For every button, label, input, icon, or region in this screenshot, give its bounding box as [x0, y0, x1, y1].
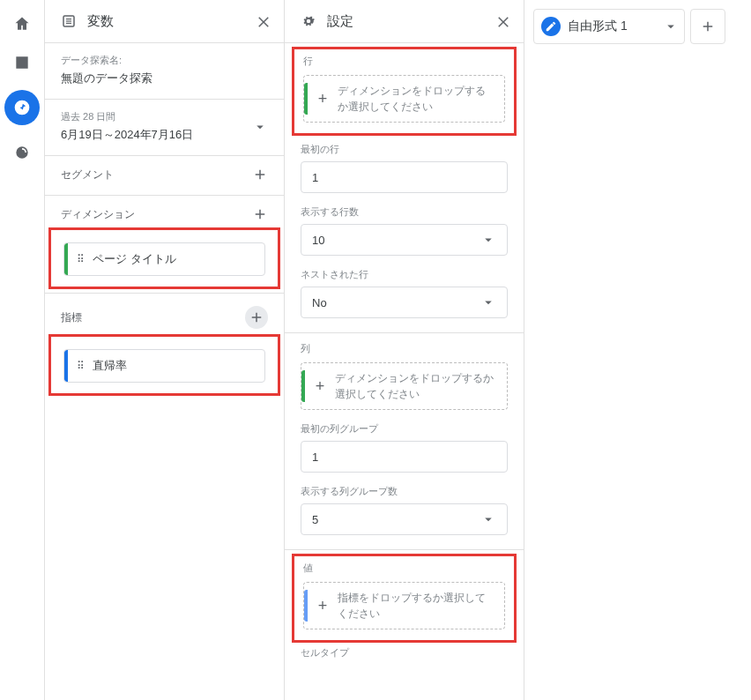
plus-icon: + — [308, 90, 338, 108]
exploration-name-label: データ探索名: — [61, 54, 268, 67]
values-dropzone[interactable]: + 指標をドロップするか選択してください — [303, 582, 505, 629]
add-tab-button[interactable] — [690, 9, 725, 44]
columns-drop-text: ディメンションをドロップするか選択してください — [335, 370, 498, 402]
svg-rect-2 — [66, 20, 71, 21]
plus-icon: + — [305, 377, 335, 396]
svg-rect-3 — [66, 23, 71, 24]
columns-dropzone[interactable]: + ディメンションをドロップするか選択してください — [301, 362, 508, 410]
show-rows-select[interactable]: 10 — [301, 224, 508, 256]
dimension-chip-label: ページ タイトル — [93, 251, 176, 267]
nav-explore[interactable] — [4, 90, 40, 125]
dimensions-section: ディメンション ⠿ ページ タイトル — [45, 196, 284, 294]
date-range-label: 過去 28 日間 — [61, 110, 252, 123]
show-cols-label: 表示する列グループ数 — [301, 485, 508, 498]
segments-label: セグメント — [61, 168, 114, 182]
variables-title: 変数 — [87, 13, 256, 30]
add-dimension-button[interactable] — [252, 206, 268, 222]
exploration-name-section[interactable]: データ探索名: 無題のデータ探索 — [45, 43, 284, 100]
first-row-input[interactable]: 1 — [301, 161, 508, 193]
nav-home[interactable] — [11, 12, 33, 35]
first-col-input[interactable]: 1 — [301, 441, 508, 473]
metric-chip-label: 直帰率 — [93, 358, 127, 374]
close-settings-icon[interactable] — [495, 13, 511, 29]
add-segment-button[interactable] — [252, 167, 268, 182]
show-rows-label: 表示する行数 — [301, 205, 508, 219]
variables-panel: 変数 データ探索名: 無題のデータ探索 過去 28 日間 6月19日～2024年… — [44, 0, 284, 700]
rows-section: 行 + ディメンションをドロップするか選択してください 最初の行 1 表示する行… — [285, 43, 524, 333]
nested-rows-label: ネストされた行 — [301, 268, 508, 281]
metrics-section: 指標 ⠿ 直帰率 — [45, 294, 284, 408]
exploration-name-value: 無題のデータ探索 — [61, 71, 268, 86]
pencil-icon — [541, 17, 561, 36]
columns-section: 列 + ディメンションをドロップするか選択してください 最初の列グループ 1 表… — [285, 333, 524, 550]
plus-icon: + — [308, 597, 338, 615]
dropdown-arrow-icon — [663, 19, 679, 34]
first-row-label: 最初の行 — [301, 143, 508, 156]
add-metric-button[interactable] — [245, 306, 268, 329]
settings-panel: 設定 行 + ディメンションをドロップするか選択してください 最初の行 1 表示… — [284, 0, 524, 700]
celltype-label: セルタイプ — [301, 646, 508, 659]
svg-rect-1 — [66, 19, 71, 19]
settings-title: 設定 — [327, 13, 495, 30]
nav-reports[interactable] — [11, 51, 33, 74]
dimensions-label: ディメンション — [61, 207, 135, 222]
settings-header: 設定 — [285, 0, 524, 42]
date-range-value: 6月19日～2024年7月16日 — [61, 127, 252, 143]
close-variables-icon[interactable] — [256, 13, 271, 29]
date-range-section[interactable]: 過去 28 日間 6月19日～2024年7月16日 — [45, 100, 284, 156]
canvas-area: 自由形式 1 — [524, 0, 751, 700]
values-label: 値 — [303, 562, 505, 575]
metrics-label: 指標 — [61, 310, 82, 325]
rows-dropzone[interactable]: + ディメンションをドロップするか選択してください — [303, 75, 505, 123]
first-col-label: 最初の列グループ — [301, 422, 508, 436]
variables-icon — [61, 13, 77, 29]
rows-label: 行 — [303, 55, 505, 68]
dimension-chip-page-title[interactable]: ⠿ ページ タイトル — [63, 242, 265, 276]
metric-chip-bounce-rate[interactable]: ⠿ 直帰率 — [63, 349, 265, 383]
dropdown-arrow-icon — [252, 119, 268, 135]
values-drop-text: 指標をドロップするか選択してください — [338, 590, 495, 622]
columns-label: 列 — [301, 342, 508, 355]
left-nav-rail — [0, 0, 44, 700]
values-section: 値 + 指標をドロップするか選択してください セルタイプ — [285, 550, 524, 679]
dropdown-arrow-icon — [480, 511, 496, 527]
rows-drop-text: ディメンションをドロップするか選択してください — [338, 83, 495, 115]
tab-freeform-1[interactable]: 自由形式 1 — [533, 9, 685, 44]
drag-handle-icon: ⠿ — [77, 253, 86, 265]
drag-handle-icon: ⠿ — [77, 360, 86, 372]
gear-icon — [301, 13, 316, 29]
variables-header: 変数 — [45, 0, 284, 42]
nested-rows-select[interactable]: No — [301, 287, 508, 318]
dropdown-arrow-icon — [480, 232, 496, 248]
nav-advertising[interactable] — [11, 141, 33, 164]
show-cols-select[interactable]: 5 — [301, 503, 508, 535]
segments-section: セグメント — [45, 156, 284, 196]
tab-label: 自由形式 1 — [568, 19, 628, 34]
dropdown-arrow-icon — [480, 294, 496, 310]
